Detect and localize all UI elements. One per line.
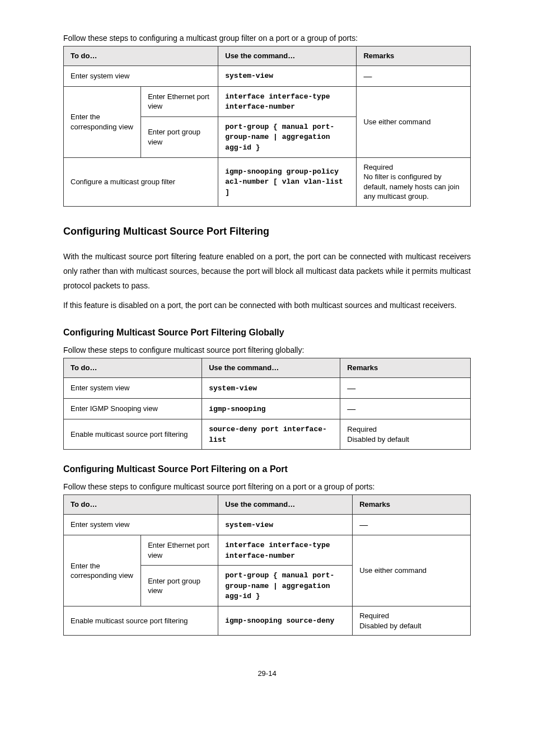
subsection-global-title: Configuring Multicast Source Port Filter… xyxy=(63,328,471,338)
remarks-detail: Disabled by default xyxy=(347,435,465,445)
cell-command: igmp-snooping xyxy=(202,399,340,419)
table-group-filter: To do… Use the command… Remarks Enter sy… xyxy=(63,46,471,207)
cmd-text: igmp-snooping group-policy acl-number [ … xyxy=(225,167,343,197)
cell-enter-port-group-view: Enter port group view xyxy=(141,116,218,157)
cell-remarks: Required Disabled by default xyxy=(340,419,471,450)
th-todo: To do… xyxy=(64,495,218,515)
dash-text: — xyxy=(359,520,368,529)
table1-intro: Follow these steps to configuring a mult… xyxy=(63,34,471,43)
cell-remarks: Required Disabled by default xyxy=(353,606,471,635)
cell-command: igmp-snooping source-deny xyxy=(218,606,353,635)
table-row: Enter system view system-view — xyxy=(64,66,471,86)
page-root: Follow these steps to configuring a mult… xyxy=(0,0,534,711)
cell-remarks: — xyxy=(357,66,471,86)
section-title: Configuring Multicast Source Port Filter… xyxy=(63,226,471,237)
cell-remarks: Use either command xyxy=(357,86,471,157)
th-remarks: Remarks xyxy=(353,495,471,515)
th-command: Use the command… xyxy=(202,358,340,378)
cell-remarks: Use either command xyxy=(353,535,471,606)
cell-command: port-group { manual port-group-name | ag… xyxy=(218,566,353,606)
section-paragraph-1: With the multicast source port filtering… xyxy=(63,250,471,293)
th-command: Use the command… xyxy=(218,46,357,66)
remarks-required: Required xyxy=(359,611,465,621)
cell-enter-system-view: Enter system view xyxy=(64,66,218,86)
table-row: Enter IGMP Snooping view igmp-snooping — xyxy=(64,399,471,419)
th-remarks: Remarks xyxy=(340,358,471,378)
table-header-row: To do… Use the command… Remarks xyxy=(64,46,471,66)
cell-enter-eth-port-view: Enter Ethernet port view xyxy=(141,86,218,116)
cell-command: interface interface-type interface-numbe… xyxy=(218,86,357,116)
cmd-text: interface interface-type interface-numbe… xyxy=(225,92,330,111)
cell-enter-corresponding-view: Enter the corresponding view xyxy=(64,86,141,157)
table2-intro: Follow these steps to configure multicas… xyxy=(63,346,471,354)
table-row: Enable multicast source port filtering s… xyxy=(64,419,471,450)
table-row: Enter system view system-view — xyxy=(64,514,471,535)
cmd-text: system-view xyxy=(209,384,257,393)
cell-command: interface interface-type interface-numbe… xyxy=(218,535,353,566)
dash-text: — xyxy=(347,383,355,393)
cmd-text: system-view xyxy=(225,521,273,529)
section-paragraph-2: If this feature is disabled on a port, t… xyxy=(63,298,471,313)
cell-configure-filter: Configure a multicast group filter xyxy=(64,157,218,206)
cmd-text: system-view xyxy=(225,72,273,80)
dash-text: — xyxy=(347,404,355,413)
cell-remarks: — xyxy=(340,399,471,419)
cell-command: system-view xyxy=(218,514,353,535)
cell-command: system-view xyxy=(202,377,340,398)
th-todo: To do… xyxy=(64,358,202,378)
table-row: Configure a multicast group filter igmp-… xyxy=(64,157,471,206)
cmd-text: igmp-snooping source-deny xyxy=(225,617,334,625)
cell-command: system-view xyxy=(218,66,357,86)
table3-intro: Follow these steps to configure multicas… xyxy=(63,482,471,491)
cell-command: source-deny port interface-list xyxy=(202,419,340,450)
cmd-text: interface interface-type interface-numbe… xyxy=(225,541,330,560)
remarks-detail: No filter is configured by default, name… xyxy=(363,172,465,202)
cell-enter-port-group-view: Enter port group view xyxy=(141,566,218,606)
cell-enter-corresponding-view: Enter the corresponding view xyxy=(64,535,141,606)
cell-enable-filtering: Enable multicast source port filtering xyxy=(64,606,218,635)
cmd-text: igmp-snooping xyxy=(209,405,265,413)
cell-enter-system-view: Enter system view xyxy=(64,514,218,535)
page-number: 29-14 xyxy=(63,669,471,678)
cell-remarks: — xyxy=(340,377,471,398)
table-header-row: To do… Use the command… Remarks xyxy=(64,358,471,378)
cell-remarks: Required No filter is configured by defa… xyxy=(357,157,471,206)
cell-enable-filtering: Enable multicast source port filtering xyxy=(64,419,202,450)
cell-enter-eth-port-view: Enter Ethernet port view xyxy=(141,535,218,566)
subsection-port-title: Configuring Multicast Source Port Filter… xyxy=(63,464,471,474)
dash-text: — xyxy=(363,71,372,81)
th-command: Use the command… xyxy=(218,495,353,515)
cmd-text: port-group { manual port-group-name | ag… xyxy=(225,123,334,152)
table-source-port-filter-port: To do… Use the command… Remarks Enter sy… xyxy=(63,494,471,636)
remarks-required: Required xyxy=(347,424,465,435)
cell-command: igmp-snooping group-policy acl-number [ … xyxy=(218,157,357,206)
table-row: Enter the corresponding view Enter Ether… xyxy=(64,535,471,566)
cell-enter-igmp-view: Enter IGMP Snooping view xyxy=(64,399,202,419)
table-source-port-filter-global: To do… Use the command… Remarks Enter sy… xyxy=(63,358,471,450)
table-row: Enter system view system-view — xyxy=(64,377,471,398)
table-header-row: To do… Use the command… Remarks xyxy=(64,495,471,515)
table-row: Enter the corresponding view Enter Ether… xyxy=(64,86,471,116)
cell-remarks: — xyxy=(353,514,471,535)
remarks-detail: Disabled by default xyxy=(359,621,465,631)
cmd-text: port-group { manual port-group-name | ag… xyxy=(225,571,334,600)
cell-enter-system-view: Enter system view xyxy=(64,377,202,398)
th-todo: To do… xyxy=(64,46,218,66)
table-row: Enable multicast source port filtering i… xyxy=(64,606,471,635)
cmd-text: source-deny port interface-list xyxy=(209,425,327,444)
th-remarks: Remarks xyxy=(357,46,471,66)
remarks-required: Required xyxy=(363,162,465,172)
cell-command: port-group { manual port-group-name | ag… xyxy=(218,116,357,157)
